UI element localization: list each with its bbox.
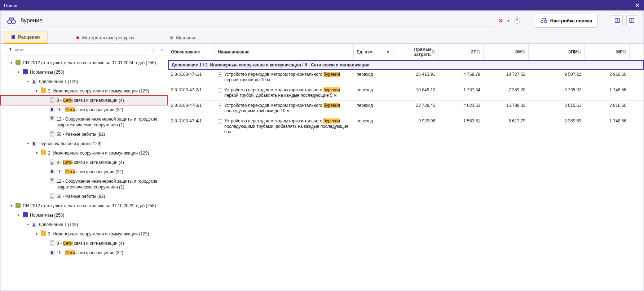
col-header-zp[interactable]: ЗП⇅: [438, 44, 484, 60]
tree-node-selected[interactable]: • 8 - Сети связи и сигнализации (4) ➔: [0, 96, 168, 105]
collapse-panel-icon[interactable]: «: [159, 47, 166, 52]
cell-code: 2.8-3103-47-2/1: [168, 85, 215, 95]
tree-node[interactable]: • 12 - Сооружения инженерной защиты и го…: [0, 177, 168, 192]
cell-mr: 1 748,56: [585, 116, 630, 126]
filter-icon[interactable]: ▼: [386, 49, 390, 55]
table-row[interactable]: 2.8-3103-47-2/1+Устройство переходов мет…: [168, 85, 644, 101]
tree-node[interactable]: ▾ 2. Инженерные сооружения и коммуникаци…: [0, 229, 168, 239]
close-icon[interactable]: ✕: [635, 1, 640, 9]
search-settings-button[interactable]: Настройка поиска: [535, 14, 597, 28]
expand-row-icon[interactable]: +: [218, 119, 222, 123]
title-bar: Поиск ✕: [0, 0, 644, 10]
tree-node-db[interactable]: ▾ СН-2012 (в текущих ценах по состоянию …: [0, 201, 168, 210]
sort-icon[interactable]: ⇅: [477, 49, 480, 55]
sort-icon[interactable]: ⇅: [623, 49, 626, 55]
table-row[interactable]: 2.8-3103-47-3/1+Устройство переходов мет…: [168, 101, 644, 116]
tree-node[interactable]: • 50 - Разные работы (92): [0, 192, 168, 201]
tab-materials[interactable]: Материальные ресурсы: [69, 32, 142, 43]
cell-code: 2.8-3103-47-1/1: [168, 70, 215, 79]
cell-em: 6 617,79: [484, 116, 529, 126]
doc-icon: [50, 107, 54, 112]
tree-node[interactable]: • 8 - Сети связи и сигнализации (4): [0, 239, 168, 248]
doc-icon: [50, 97, 54, 103]
next-match-icon[interactable]: ↓: [151, 47, 156, 53]
cell-pz: 22 729,45: [393, 101, 438, 110]
cell-mr: 2 916,60: [585, 70, 630, 79]
cell-pz: 26 413,91: [393, 70, 438, 79]
sort-icon[interactable]: ⇅: [522, 49, 525, 55]
cell-unit: переход: [354, 70, 393, 79]
cell-unit: переход: [354, 116, 393, 126]
svg-point-1: [12, 19, 16, 23]
search-history-dropdown-icon[interactable]: ▼: [507, 19, 510, 23]
cell-pz: 10 845,10: [393, 85, 438, 95]
doc-icon: [50, 250, 54, 255]
col-header-naim[interactable]: Наименование: [215, 44, 354, 60]
cell-pz: 9 929,96: [393, 116, 438, 126]
expand-row-icon[interactable]: +: [218, 104, 222, 108]
doc-icon: [32, 141, 36, 146]
search-settings-label: Настройка поиска: [550, 18, 592, 23]
expand-row-icon[interactable]: +: [218, 88, 222, 92]
cell-zp: 1 563,61: [438, 116, 484, 126]
tree-node[interactable]: ▾ 2. Инженерные сооружения и коммуникаци…: [0, 86, 168, 96]
col-header-mr[interactable]: МР⇅: [585, 44, 630, 60]
col-header-unit[interactable]: Ед. изм.▼: [354, 44, 393, 60]
sort-icon[interactable]: ⇅: [578, 49, 581, 55]
col-header-obosn[interactable]: Обоснование: [168, 44, 215, 60]
doc-icon: [32, 79, 36, 84]
tree-node[interactable]: ▾ Нормативы (258): [0, 210, 168, 220]
tab-pricings[interactable]: Расценки: [4, 31, 48, 44]
tree-node[interactable]: ▾ Нормативы (258): [0, 68, 168, 77]
tree-node[interactable]: ▾ Первоначальное издание (129): [0, 139, 168, 148]
tree-node[interactable]: • 10 - Сети электроосвещения (32): [0, 167, 168, 177]
cell-mr: 2 916,60: [585, 101, 630, 110]
tree-filter-bar: сети ↑ ↓ «: [0, 44, 168, 56]
prev-match-icon[interactable]: ↑: [143, 47, 149, 53]
col-header-em[interactable]: ЭМ⇅: [484, 44, 529, 60]
tab-bar: Расценки Материальные ресурсы Машины: [0, 31, 644, 44]
tree-node[interactable]: • 10 - Сети электроосвещения (32): [0, 105, 168, 114]
expand-row-icon[interactable]: +: [218, 73, 222, 77]
tree-node[interactable]: • 10 - Сети электроосвещения (32): [0, 248, 168, 257]
cell-name: +Устройство переходов методом горизонтал…: [215, 116, 354, 137]
results-grid: Обоснование Наименование Ед. изм.▼ Прямы…: [168, 44, 644, 291]
tree-node[interactable]: ▾ 2. Инженерные сооружения и коммуникаци…: [0, 148, 168, 158]
clear-search-icon[interactable]: ✕: [498, 17, 503, 24]
binoculars-icon: [7, 16, 16, 26]
tab-machines[interactable]: Машины: [163, 32, 202, 43]
panel-left-button[interactable]: [612, 15, 623, 26]
cell-name: +Устройство переходов методом горизонтал…: [215, 101, 354, 116]
tree-node[interactable]: • 8 - Сети связи и сигнализации (4): [0, 158, 168, 167]
col-header-pz[interactable]: Прямые затраты⇅: [393, 44, 438, 60]
cell-name: +Устройство переходов методом горизонтал…: [215, 70, 354, 85]
help-icon[interactable]: ?: [514, 17, 520, 24]
col-header-zpm[interactable]: ЗПМ⇅: [529, 44, 585, 60]
cell-unit: переход: [354, 101, 393, 110]
sort-icon[interactable]: ⇅: [432, 49, 435, 55]
doc-icon: [50, 169, 54, 174]
tree-node[interactable]: • 12 - Сооружения инженерной защиты и го…: [0, 114, 168, 130]
tree-node-db[interactable]: ▾ СН-2012 (в текущих ценах по состоянию …: [0, 58, 168, 68]
tree-node[interactable]: ▾ Дополнение 1 (129): [0, 77, 168, 86]
cell-zpm: 3 735,97: [529, 85, 585, 95]
book-icon: [23, 212, 28, 217]
tab-icon: [170, 36, 173, 39]
tree-node[interactable]: ▾ Дополнение 1 (129): [0, 220, 168, 229]
cell-zp: 4 769,79: [438, 70, 484, 79]
doc-icon: [50, 194, 54, 199]
window-title: Поиск: [4, 3, 17, 8]
book-icon: [23, 69, 28, 74]
folder-icon: [41, 88, 46, 93]
cell-zpm: 9 507,22: [529, 70, 585, 79]
table-row[interactable]: 2.8-3103-47-1/1+Устройство переходов мет…: [168, 70, 644, 85]
table-row[interactable]: 2.8-3103-47-4/1+Устройство переходов мет…: [168, 116, 644, 137]
svg-point-3: [544, 20, 547, 23]
doc-icon: [50, 178, 54, 183]
svg-point-0: [8, 19, 12, 23]
cell-unit: переход: [354, 85, 393, 95]
panel-right-button[interactable]: [626, 15, 637, 26]
doc-icon: [32, 222, 36, 227]
tree-node[interactable]: • 50 - Разные работы (92): [0, 130, 168, 139]
search-input[interactable]: [20, 15, 493, 26]
